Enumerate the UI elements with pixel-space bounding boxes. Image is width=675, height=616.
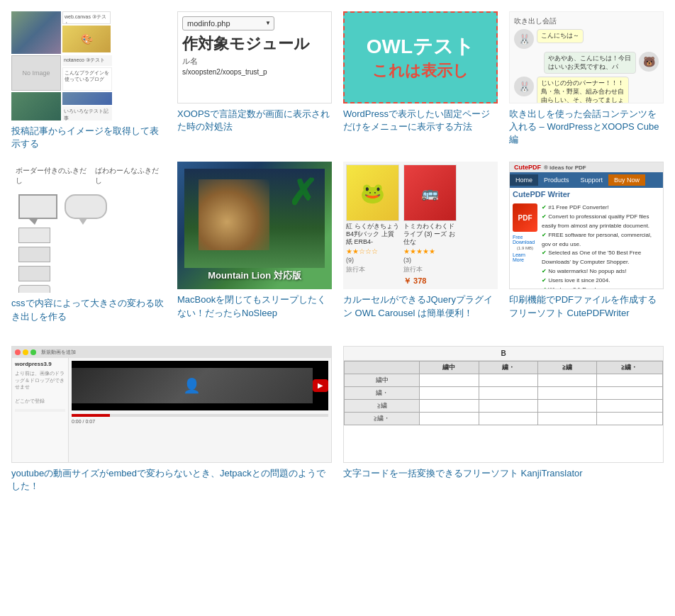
cutepdf-nav-buy[interactable]: Buy Now [608,174,645,186]
card5-title[interactable]: cssで内容によって大きさの変わる吹き出しを作る [11,297,166,323]
card2-title[interactable]: XOOPSで言語定数が画面に表示された時の対処法 [177,108,332,133]
carousel-screenshot: 🐸 紅 らくがきちょう B4判バック 上質紙 ERB4- ★★☆☆☆ (9) 旅… [343,162,498,289]
card10-title[interactable]: 文字コードを一括変換できるフリーソフト KanjiTranslator [343,467,664,480]
kanji-row2-label: 繍・ [345,386,420,399]
balloon-labels: ボーダー付きのふきだし ばわわーんなふきだし [11,162,166,190]
yt-thumbnail: 👤 [72,368,313,403]
yt-time: 0:00 / 0:07 [72,419,328,424]
book2-price: ￥ 378 [403,276,457,286]
balloon-row2: 🐻 やあやあ、こんにちは！今日はいいお天気ですね、パ [514,52,659,74]
kanji-row1: 繍中 [345,374,663,386]
yt-browser: 新規動画を追加 wordpress3.9 より前は、画像のドラッグ＆ドロップがで… [12,347,331,463]
cutepdf-nav-support[interactable]: Support [575,174,609,186]
puma-shape [199,179,269,250]
bubble2: やあやあ、こんにちは！今日はいいお天気ですね、パ [544,52,636,74]
card8-title[interactable]: 印刷機能でPDFファイルを作成するフリーソフト CutePDFWriter [509,293,664,319]
kanji-encoding-label: B [501,349,506,357]
card6-image: ✗ Mountain Lion 対応版 [177,162,332,289]
card9-title[interactable]: youtubeの動画サイズがembedで変わらないとき、Jetpackとの問題の… [11,467,332,493]
kanji-screenshot: B 繍中 繍・ ≧繍 ≧繍・ 繍中 [343,346,664,463]
learn-more-link[interactable]: Learn More [513,252,537,262]
kanji-r3c2[interactable] [479,399,537,412]
book1-seller: 旅行本 [346,265,399,274]
kanji-r1c2[interactable] [479,374,537,386]
kanji-row3: ≧繍 [345,399,663,412]
card8-image: CutePDF ® ideas for PDF Home Products Su… [509,162,664,289]
thumb-blog-url: web.canvas ③テスト [62,11,111,24]
card9-image: 新規動画を追加 wordpress3.9 より前は、画像のドラッグ＆ドロップがで… [11,346,332,463]
yt-video-area: 👤 ▶ [72,361,328,410]
book2-title: トミカわくわくドライブ (3) ーズ お仕な [403,223,457,245]
kanji-th2: 繍中 [420,361,479,374]
thumb-text-block: こんなプラグインを使っているブログ [62,67,112,91]
kanji-r4c1[interactable] [420,412,479,425]
thumb-plugin: 🎨 [62,26,111,52]
card7-title[interactable]: カルーセルができるJQueryプラグイン OWL Carousel は簡単便利！ [343,293,498,319]
cutepdf-nav-home[interactable]: Home [510,174,538,186]
balloon-screenshot: 吹き出し会話 🐰 こんにちは～ 🐻 やあやあ、こんにちは！今日はいいお天気ですね… [509,11,664,103]
card-xoops: modinfo.php 作対象モジュール ル名 s/xoopsten2/xoop… [172,6,338,156]
yt-wp-label: wordpress3.9 [15,361,65,367]
xoops-subtitle: ル名 [182,56,198,67]
feature6: ✔ Users love it since 2004. [542,276,660,286]
pdf-icon-area: PDF Free Download (1.9 MB) Learn More [513,203,537,289]
kanji-r2c4[interactable] [596,386,662,399]
css-balloon-screenshot: ボーダー付きのふきだし ばわわーんなふきだし [11,162,166,293]
xoops-path: s/xoopsten2/xoops_trust_p [182,68,267,76]
kanji-th1 [345,361,420,374]
x-symbol: ✗ [288,172,318,213]
bubble-sq-body [18,194,57,219]
card-balloon: 吹き出し会話 🐰 こんにちは～ 🐻 やあやあ、こんにちは！今日はいいお天気ですね… [503,6,669,156]
card2-image: modinfo.php 作対象モジュール ル名 s/xoopsten2/xoop… [177,11,332,103]
card1-title[interactable]: 投稿記事からイメージを取得して表示する [11,125,166,150]
bubble1: こんにちは～ [537,29,584,43]
book2-seller: 旅行本 [403,265,457,274]
feature1: ✔ #1 Free PDF Converter! [542,203,660,213]
kanji-r3c1[interactable] [420,399,479,412]
bubble-s3 [18,266,50,281]
kanji-r4c4[interactable] [596,412,662,425]
yt-play-btn[interactable]: ▶ [313,379,329,392]
kanji-r1c3[interactable] [537,374,596,386]
cute-pdf-text: CutePDF [514,164,541,171]
card3-title[interactable]: WordPressで表示したい固定ページだけをメニューに表示する方法 [343,108,498,133]
yt-thumb-img: 👤 [72,368,313,403]
kanji-r1c1[interactable] [420,374,479,386]
xoops-title-big: 作対象モジュール [182,33,310,55]
kanji-r2c3[interactable] [537,386,596,399]
bubble-s4 [18,285,50,293]
kanji-table: 繍中 繍・ ≧繍 ≧繍・ 繍中 繍・ [344,361,663,425]
free-download-link[interactable]: Free Download [513,235,537,245]
card4-image: 吹き出し会話 🐰 こんにちは～ 🐻 やあやあ、こんにちは！今日はいいお天気ですね… [509,11,664,103]
owl-screenshot: OWLテスト これは表示し [343,11,498,103]
book1-rating: (9) [346,257,399,264]
mac-screenshot: ✗ Mountain Lion 対応版 [177,162,332,289]
row3-grid: 新規動画を追加 wordpress3.9 より前は、画像のドラッグ＆ドロップがで… [0,335,675,504]
yt-progress-bar-container[interactable] [72,414,328,417]
kanji-r1c4[interactable] [596,374,662,386]
card-kanji: B 繍中 繍・ ≧繍 ≧繍・ 繍中 [338,340,669,498]
kanji-r4c3[interactable] [537,412,596,425]
bubble-square [18,194,57,219]
xoops-dropdown[interactable]: modinfo.php [182,16,274,30]
owl-test-text: OWLテスト [367,33,474,60]
kanji-r3c3[interactable] [537,399,596,412]
mac-bg: ✗ [184,169,325,268]
yt-min-btn [23,349,28,355]
cutepdf-nav-products[interactable]: Products [538,174,575,186]
bubble-stack3 [18,266,159,281]
bubble-cloud-body [65,194,107,219]
thumb-photo4 [62,92,112,105]
yt-max-btn [30,349,36,355]
kanji-r2c2[interactable] [479,386,537,399]
kanji-r2c1[interactable] [420,386,479,399]
book2: 🚌 トミカわくわくドライブ (3) ーズ お仕な ★★★★★ (3) 旅行本 ￥… [403,164,457,286]
kanji-th4: ≧繍 [537,361,596,374]
card4-title[interactable]: 吹き出しを使った会話コンテンツを入れる – WordPressとXOOPS Cu… [509,108,664,147]
thumb-noimage: No Image [11,55,61,91]
yt-page-title: 新規動画を追加 [41,349,76,356]
kanji-r4c2[interactable] [479,412,537,425]
card6-title[interactable]: MacBookを閉じてもスリープしたくない！だったらNoSleep [177,293,332,319]
mac-book-cover: ✗ Mountain Lion 対応版 [177,162,332,289]
kanji-r3c4[interactable] [596,399,662,412]
